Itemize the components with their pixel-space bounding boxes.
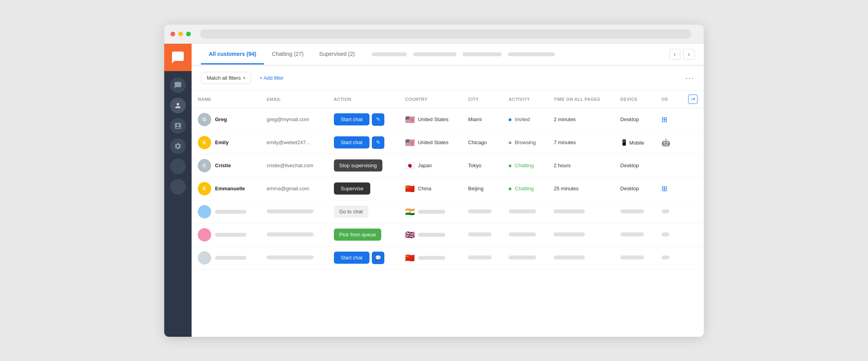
tab-chatting[interactable]: Chatting (27) [264, 45, 311, 64]
cell-action: Start chat ✎ [328, 108, 399, 131]
app-logo[interactable] [164, 44, 192, 71]
cell-city [462, 200, 502, 223]
col-header-add [679, 91, 704, 108]
country-flag: 🇬🇧 [405, 230, 415, 239]
customer-name: Emily [215, 139, 229, 145]
sidebar-icon-contacts[interactable] [170, 98, 186, 113]
cell-city: Beijing [462, 177, 502, 200]
cell-extra [679, 108, 704, 131]
sidebar-icon-more2[interactable] [170, 179, 186, 195]
country-flag: 🇯🇵 [405, 161, 415, 170]
os-android-icon: 🤖 [662, 139, 670, 147]
browser-url-bar[interactable] [200, 29, 691, 39]
cell-activity [502, 223, 547, 246]
match-all-filters-button[interactable]: Match all filters ▾ [201, 72, 251, 84]
sidebar-icon-more1[interactable] [170, 159, 186, 174]
cell-activity: Browsing [502, 131, 547, 154]
add-column-button[interactable] [688, 95, 698, 104]
browser-dot-red[interactable] [170, 32, 175, 36]
country-flag: 🇨🇳 [405, 253, 415, 263]
cell-country: 🇨🇳 China [399, 177, 462, 200]
edit-button[interactable]: ✎ [372, 113, 384, 126]
cell-email: emma@gmail.com [260, 177, 328, 200]
tab-spacer-4 [508, 52, 555, 56]
cell-time: 25 minutes [547, 177, 614, 200]
time-placeholder [554, 209, 585, 213]
activity-dot [509, 141, 511, 144]
table-row: E Emily emily@webet247... Start chat [192, 131, 704, 154]
tabs-nav-next[interactable]: › [683, 49, 694, 60]
filter-more-options[interactable]: ··· [685, 73, 694, 82]
start-chat-button[interactable]: Start chat [334, 113, 370, 125]
start-chat-button[interactable]: Start chat [334, 136, 370, 148]
filter-dropdown-arrow-icon: ▾ [243, 76, 245, 80]
supervise-button[interactable]: Supervise [334, 182, 371, 195]
go-to-chat-button[interactable]: Go to chat [334, 206, 368, 218]
cell-os [655, 223, 679, 246]
cell-extra [679, 223, 704, 246]
avatar: G [198, 113, 211, 126]
table-row: C Cristie cristie@livechat.com Stop supe… [192, 154, 704, 177]
add-filter-button[interactable]: + Add filter [254, 72, 289, 84]
cell-os [655, 200, 679, 223]
edit-button[interactable]: ✎ [372, 136, 384, 149]
country-placeholder [418, 210, 445, 214]
tab-all-customers[interactable]: All customers (94) [201, 45, 264, 64]
activity-label: Chatting [515, 163, 534, 168]
city-placeholder [468, 209, 491, 213]
sidebar-icon-reports[interactable] [170, 118, 186, 134]
time-placeholder [554, 232, 585, 236]
cell-email [260, 200, 328, 223]
name-placeholder [215, 210, 246, 214]
cell-name: C Cristie [192, 154, 260, 177]
customer-name: Cristie [215, 163, 231, 168]
customer-email: emma@gmail.com [267, 186, 309, 191]
country-name: United States [418, 139, 448, 145]
device-placeholder [621, 232, 644, 236]
cell-device: Desktop [614, 108, 655, 131]
cell-action: Go to chat [328, 200, 399, 223]
cell-country: 🇺🇸 United States [399, 131, 462, 154]
tab-spacer-1 [372, 52, 407, 56]
cell-action: Start chat ✎ [328, 131, 399, 154]
cell-time [547, 223, 614, 246]
email-placeholder [267, 256, 314, 259]
country-flag: 🇺🇸 [405, 115, 415, 124]
start-chat-button[interactable]: Start chat [334, 252, 370, 264]
sidebar-icon-chat[interactable] [170, 77, 186, 93]
col-header-city: CITY [462, 91, 502, 108]
browser-chrome [164, 25, 704, 44]
cell-extra [679, 177, 704, 200]
sidebar-icon-settings[interactable] [170, 138, 186, 154]
cell-extra [679, 154, 704, 177]
cell-activity [502, 200, 547, 223]
city-placeholder [468, 232, 491, 236]
browser-window: All customers (94) Chatting (27) Supervi… [164, 25, 704, 337]
customers-table: NAME EMAIL ACTION COUNTRY CITY ACTIVITY … [192, 91, 704, 270]
chat-icon-button[interactable]: 💬 [372, 252, 384, 264]
cell-city: Miami [462, 108, 502, 131]
table-row: Pick from queue 🇬🇧 [192, 223, 704, 246]
pick-from-queue-button[interactable]: Pick from queue [334, 229, 382, 241]
browser-dot-green[interactable] [186, 32, 191, 36]
activity-label: Browsing [515, 139, 536, 145]
cell-country: 🇯🇵 Japan [399, 154, 462, 177]
cell-activity: Chatting [502, 177, 547, 200]
device-placeholder [621, 209, 644, 213]
avatar [198, 205, 211, 218]
cell-action: Pick from queue [328, 223, 399, 246]
cell-extra [679, 200, 704, 223]
col-header-activity: ACTIVITY [502, 91, 547, 108]
cell-country: 🇬🇧 [399, 223, 462, 246]
browser-dot-yellow[interactable] [178, 32, 183, 36]
cell-action: Start chat 💬 [328, 246, 399, 269]
avatar [198, 251, 211, 264]
cell-time [547, 200, 614, 223]
tabs-nav-prev[interactable]: ‹ [669, 49, 680, 60]
stop-supervising-button[interactable]: Stop supervising [334, 159, 382, 172]
country-placeholder [418, 233, 445, 237]
cell-device: Desktop [614, 154, 655, 177]
cell-activity: Chatting [502, 154, 547, 177]
tabs-bar: All customers (94) Chatting (27) Supervi… [192, 44, 704, 66]
tab-supervised[interactable]: Supervised (2) [311, 45, 362, 64]
